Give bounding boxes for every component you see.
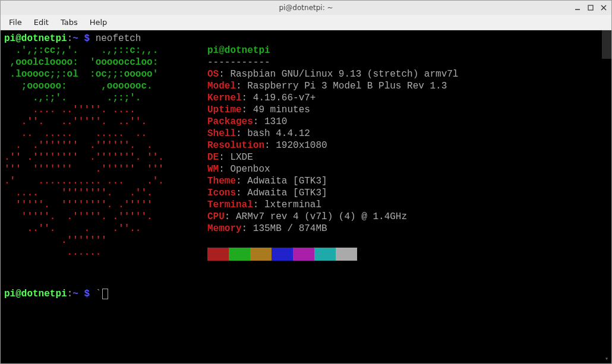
output-row: .''. ..'''''. ..''. Packages: 1310 bbox=[4, 116, 598, 128]
neofetch-sep-2: : bbox=[242, 93, 253, 103]
menubar: File Edit Tabs Help bbox=[1, 15, 611, 30]
menu-tabs[interactable]: Tabs bbox=[56, 16, 83, 29]
terminal-area: pi@dotnetpi:~ $ neofetch .',;:cc;,'. .,;… bbox=[1, 30, 611, 363]
cursor bbox=[102, 289, 108, 299]
menu-file[interactable]: File bbox=[4, 16, 27, 29]
ascii-red-line: ''' ''''''' .'''''' ''' bbox=[4, 164, 175, 175]
swatch-2 bbox=[250, 248, 272, 261]
output-row: '''''. .'''''. .'''''. CPU: ARMv7 rev 4 … bbox=[4, 211, 598, 223]
prompt-dollar: $ bbox=[78, 289, 96, 299]
output-row: ''' ''''''' .'''''' ''' WM: Openbox bbox=[4, 163, 598, 175]
ascii-red-line: . .''''''' .''''''. . bbox=[4, 140, 175, 151]
neofetch-value-5: bash 4.4.12 bbox=[247, 128, 310, 139]
neofetch-value-12: ARMv7 rev 4 (v7l) (4) @ 1.4GHz bbox=[236, 211, 407, 222]
output-row: . .''''''' .''''''. . Resolution: 1920x1… bbox=[4, 140, 598, 151]
neofetch-label-2: Kernel bbox=[207, 93, 242, 103]
window-title: pi@dotnetpi: ~ bbox=[279, 4, 333, 12]
ascii-red-line: .. ..... ..... .. bbox=[4, 128, 175, 139]
prompt-host: dotnetpi bbox=[21, 289, 67, 299]
ascii-green-line: .',;:cc;,'. .,;::c:,,. bbox=[4, 45, 175, 56]
menu-edit[interactable]: Edit bbox=[29, 16, 53, 29]
prompt-command: ` bbox=[96, 289, 102, 299]
prompt-sep: : bbox=[67, 289, 73, 299]
ascii-red-line: .''. ..'''''. ..''. bbox=[4, 116, 175, 127]
neofetch-host: dotnetpi bbox=[225, 45, 270, 56]
minimize-button[interactable] bbox=[573, 4, 582, 12]
neofetch-sep-12: : bbox=[225, 211, 236, 222]
swatch-4 bbox=[293, 248, 314, 261]
neofetch-label-11: Terminal bbox=[207, 200, 253, 210]
prompt-sep: : bbox=[67, 33, 73, 44]
swatch-0 bbox=[207, 248, 229, 261]
prompt-path: ~ bbox=[72, 289, 78, 299]
neofetch-label-4: Packages bbox=[207, 116, 253, 127]
neofetch-sep-4: : bbox=[253, 116, 264, 127]
neofetch-label-13: Memory bbox=[207, 223, 242, 234]
ascii-red-line: '''''. ''''''''. .''''' bbox=[4, 200, 175, 210]
ascii-green-line: ,ooolcloooo: 'oooooccloo: bbox=[4, 57, 175, 68]
color-swatches bbox=[207, 248, 357, 258]
output-row: .. ..... ..... .. Shell: bash 4.4.12 bbox=[4, 128, 598, 140]
menu-help[interactable]: Help bbox=[85, 16, 112, 29]
swatch-6 bbox=[336, 248, 357, 261]
output-row: ;oooooo: ,ooooooc. Model: Raspberry Pi 3… bbox=[4, 80, 598, 92]
neofetch-label-1: Model bbox=[207, 81, 236, 91]
neofetch-value-8: Openbox bbox=[230, 164, 270, 175]
scroll-thumb[interactable] bbox=[602, 30, 611, 59]
output-row: ...... bbox=[4, 246, 598, 264]
ascii-green-line: ;oooooo: ,ooooooc. bbox=[4, 81, 175, 91]
neofetch-sep-3: : bbox=[242, 105, 253, 115]
prompt-at: @ bbox=[15, 289, 21, 299]
prompt-dollar: $ bbox=[78, 33, 96, 44]
terminal-window: pi@dotnetpi: ~ File Edit Tabs Help pi@do… bbox=[0, 0, 612, 364]
neofetch-label-5: Shell bbox=[207, 128, 236, 139]
neofetch-sep-5: : bbox=[236, 128, 247, 139]
scroll-down-icon[interactable]: ▾ bbox=[602, 354, 611, 363]
neofetch-value-11: lxterminal bbox=[264, 200, 321, 210]
terminal-output[interactable]: pi@dotnetpi:~ $ neofetch .',;:cc;,'. .,;… bbox=[1, 30, 602, 363]
close-button[interactable] bbox=[600, 4, 608, 12]
output-row: .',;:cc;,'. .,;::c:,,. pi@dotnetpi bbox=[4, 45, 598, 56]
swatch-1 bbox=[229, 248, 250, 261]
prompt-line: pi@dotnetpi:~ $ neofetch bbox=[4, 33, 598, 45]
ascii-red-line: .... ..'''''. .... bbox=[4, 105, 175, 115]
ascii-red-line: .' ........... ... .'. bbox=[4, 176, 175, 186]
prompt-path: ~ bbox=[72, 33, 78, 44]
blank-line bbox=[4, 264, 598, 276]
prompt-user: pi bbox=[4, 33, 15, 44]
neofetch-value-0: Raspbian GNU/Linux 9.13 (stretch) armv7l bbox=[230, 69, 458, 80]
neofetch-value-13: 135MB / 874MB bbox=[253, 223, 327, 234]
ascii-red-line: .''''''' bbox=[4, 235, 175, 246]
neofetch-sep-0: : bbox=[219, 69, 230, 80]
output-row: ,ooolcloooo: 'oooooccloo: ----------- bbox=[4, 56, 598, 68]
window-controls bbox=[573, 1, 608, 15]
neofetch-sep-9: : bbox=[236, 176, 247, 186]
ascii-green-line: .,:;'. .;:;'. bbox=[4, 93, 175, 103]
neofetch-sep-1: : bbox=[236, 81, 247, 91]
output-row: .'' .'''''''' .'''''''. ''. DE: LXDE bbox=[4, 151, 598, 163]
neofetch-label-12: CPU bbox=[207, 211, 225, 222]
neofetch-value-6: 1920x1080 bbox=[276, 140, 327, 151]
neofetch-value-9: Adwaita [GTK3] bbox=[247, 176, 327, 186]
scrollbar[interactable]: ▴ ▾ bbox=[602, 30, 611, 363]
prompt-at: @ bbox=[15, 33, 21, 44]
neofetch-label-10: Icons bbox=[207, 188, 236, 198]
neofetch-sep-6: : bbox=[264, 140, 276, 151]
neofetch-value-7: LXDE bbox=[230, 152, 253, 163]
neofetch-user: pi bbox=[207, 45, 219, 56]
maximize-button[interactable] bbox=[586, 4, 595, 12]
ascii-red-line: ..''. . .''.. bbox=[4, 223, 175, 234]
neofetch-label-8: WM bbox=[207, 164, 219, 175]
ascii-red-line: .... ''''''''. .''. bbox=[4, 188, 175, 198]
neofetch-label-9: Theme bbox=[207, 176, 236, 186]
blank-line bbox=[4, 276, 598, 288]
neofetch-sep-13: : bbox=[242, 223, 253, 234]
neofetch-value-4: 1310 bbox=[264, 116, 287, 127]
output-row: ..''. . .''.. Memory: 135MB / 874MB bbox=[4, 223, 598, 235]
neofetch-value-1: Raspberry Pi 3 Model B Plus Rev 1.3 bbox=[247, 81, 447, 91]
neofetch-sep-11: : bbox=[253, 200, 264, 210]
output-row: .''''''' bbox=[4, 235, 598, 246]
output-row: .... ''''''''. .''. Icons: Adwaita [GTK3… bbox=[4, 187, 598, 199]
neofetch-label-3: Uptime bbox=[207, 105, 242, 115]
output-row: .,:;'. .;:;'. Kernel: 4.19.66-v7+ bbox=[4, 92, 598, 104]
